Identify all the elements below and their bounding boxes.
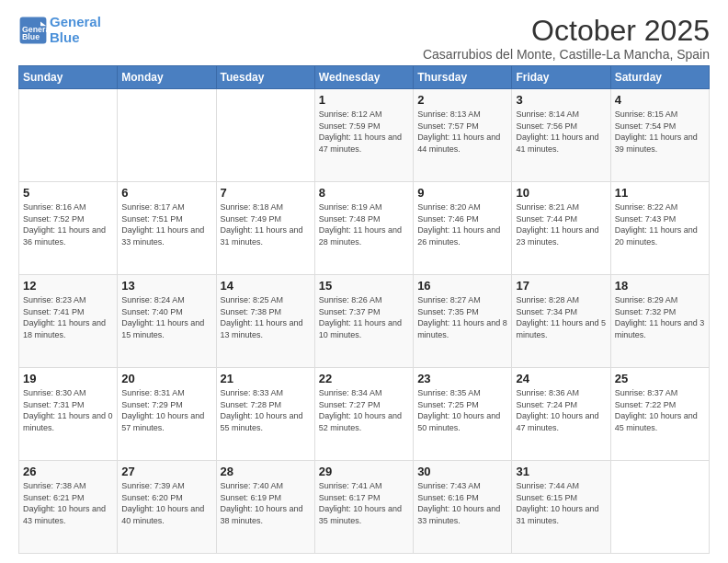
day-info: Sunrise: 8:24 AM Sunset: 7:40 PM Dayligh… <box>121 294 211 340</box>
calendar-cell: 4Sunrise: 8:15 AM Sunset: 7:54 PM Daylig… <box>610 89 709 182</box>
calendar-body: 1Sunrise: 8:12 AM Sunset: 7:59 PM Daylig… <box>19 89 710 554</box>
day-number: 31 <box>516 465 606 478</box>
calendar-table: Sunday Monday Tuesday Wednesday Thursday… <box>18 65 710 554</box>
calendar-week-1: 5Sunrise: 8:16 AM Sunset: 7:52 PM Daylig… <box>19 182 710 275</box>
calendar-cell: 18Sunrise: 8:29 AM Sunset: 7:32 PM Dayli… <box>610 275 709 368</box>
calendar-header: Sunday Monday Tuesday Wednesday Thursday… <box>19 66 710 89</box>
calendar-cell: 28Sunrise: 7:40 AM Sunset: 6:19 PM Dayli… <box>216 461 314 554</box>
logo-text: General Blue <box>50 15 101 45</box>
day-info: Sunrise: 8:17 AM Sunset: 7:51 PM Dayligh… <box>121 201 211 247</box>
month-title: October 2025 <box>423 15 710 47</box>
svg-text:Blue: Blue <box>22 32 40 41</box>
day-number: 4 <box>615 93 705 107</box>
day-info: Sunrise: 8:25 AM Sunset: 7:38 PM Dayligh… <box>221 294 311 340</box>
calendar-cell: 12Sunrise: 8:23 AM Sunset: 7:41 PM Dayli… <box>19 275 118 368</box>
day-info: Sunrise: 7:40 AM Sunset: 6:19 PM Dayligh… <box>221 480 311 526</box>
day-number: 17 <box>516 279 606 293</box>
day-info: Sunrise: 8:21 AM Sunset: 7:44 PM Dayligh… <box>516 201 606 247</box>
page: General Blue General Blue October 2025 C… <box>0 0 728 563</box>
day-number: 11 <box>615 186 705 200</box>
day-number: 29 <box>319 465 409 478</box>
col-tuesday: Tuesday <box>216 66 314 89</box>
day-info: Sunrise: 8:19 AM Sunset: 7:48 PM Dayligh… <box>319 201 409 247</box>
calendar-cell: 9Sunrise: 8:20 AM Sunset: 7:46 PM Daylig… <box>414 182 512 275</box>
col-sunday: Sunday <box>19 66 118 89</box>
day-info: Sunrise: 8:14 AM Sunset: 7:56 PM Dayligh… <box>516 109 606 155</box>
title-block: October 2025 Casarrubios del Monte, Cast… <box>423 15 710 62</box>
day-number: 30 <box>417 465 507 478</box>
day-info: Sunrise: 8:31 AM Sunset: 7:29 PM Dayligh… <box>121 387 211 433</box>
day-info: Sunrise: 8:35 AM Sunset: 7:25 PM Dayligh… <box>417 387 507 433</box>
calendar-cell: 5Sunrise: 8:16 AM Sunset: 7:52 PM Daylig… <box>19 182 118 275</box>
day-info: Sunrise: 8:13 AM Sunset: 7:57 PM Dayligh… <box>417 109 507 155</box>
calendar-cell: 22Sunrise: 8:34 AM Sunset: 7:27 PM Dayli… <box>314 368 413 461</box>
calendar-cell: 8Sunrise: 8:19 AM Sunset: 7:48 PM Daylig… <box>314 182 413 275</box>
calendar-cell: 19Sunrise: 8:30 AM Sunset: 7:31 PM Dayli… <box>19 368 118 461</box>
calendar-cell: 21Sunrise: 8:33 AM Sunset: 7:28 PM Dayli… <box>216 368 314 461</box>
day-number: 15 <box>319 279 409 293</box>
calendar-cell: 13Sunrise: 8:24 AM Sunset: 7:40 PM Dayli… <box>118 275 216 368</box>
day-number: 7 <box>221 186 311 200</box>
logo-line2: Blue <box>50 29 80 45</box>
col-friday: Friday <box>512 66 610 89</box>
day-number: 27 <box>121 465 211 478</box>
calendar-week-0: 1Sunrise: 8:12 AM Sunset: 7:59 PM Daylig… <box>19 89 710 182</box>
day-number: 20 <box>121 372 211 385</box>
calendar-cell: 1Sunrise: 8:12 AM Sunset: 7:59 PM Daylig… <box>314 89 413 182</box>
day-info: Sunrise: 8:23 AM Sunset: 7:41 PM Dayligh… <box>23 294 113 340</box>
day-info: Sunrise: 8:18 AM Sunset: 7:49 PM Dayligh… <box>221 201 311 247</box>
day-info: Sunrise: 7:44 AM Sunset: 6:15 PM Dayligh… <box>516 480 606 526</box>
day-info: Sunrise: 7:43 AM Sunset: 6:16 PM Dayligh… <box>417 480 507 526</box>
calendar-cell: 26Sunrise: 7:38 AM Sunset: 6:21 PM Dayli… <box>19 461 118 554</box>
day-info: Sunrise: 8:34 AM Sunset: 7:27 PM Dayligh… <box>319 387 409 433</box>
calendar-cell: 10Sunrise: 8:21 AM Sunset: 7:44 PM Dayli… <box>512 182 610 275</box>
calendar-cell: 29Sunrise: 7:41 AM Sunset: 6:17 PM Dayli… <box>314 461 413 554</box>
day-info: Sunrise: 8:37 AM Sunset: 7:22 PM Dayligh… <box>615 387 705 433</box>
calendar-cell: 31Sunrise: 7:44 AM Sunset: 6:15 PM Dayli… <box>512 461 610 554</box>
day-info: Sunrise: 8:30 AM Sunset: 7:31 PM Dayligh… <box>23 387 113 433</box>
day-number: 23 <box>417 372 507 385</box>
day-number: 18 <box>615 279 705 293</box>
calendar-cell: 7Sunrise: 8:18 AM Sunset: 7:49 PM Daylig… <box>216 182 314 275</box>
logo: General Blue General Blue <box>18 15 101 45</box>
day-number: 5 <box>23 186 113 200</box>
day-number: 24 <box>516 372 606 385</box>
day-number: 16 <box>417 279 507 293</box>
calendar-cell: 27Sunrise: 7:39 AM Sunset: 6:20 PM Dayli… <box>118 461 216 554</box>
day-number: 9 <box>417 186 507 200</box>
calendar-cell: 14Sunrise: 8:25 AM Sunset: 7:38 PM Dayli… <box>216 275 314 368</box>
day-number: 3 <box>516 93 606 107</box>
day-info: Sunrise: 8:20 AM Sunset: 7:46 PM Dayligh… <box>417 201 507 247</box>
calendar-cell: 17Sunrise: 8:28 AM Sunset: 7:34 PM Dayli… <box>512 275 610 368</box>
day-number: 28 <box>221 465 311 478</box>
calendar-cell: 25Sunrise: 8:37 AM Sunset: 7:22 PM Dayli… <box>610 368 709 461</box>
day-number: 14 <box>221 279 311 293</box>
day-info: Sunrise: 8:26 AM Sunset: 7:37 PM Dayligh… <box>319 294 409 340</box>
calendar-cell: 23Sunrise: 8:35 AM Sunset: 7:25 PM Dayli… <box>414 368 512 461</box>
day-info: Sunrise: 7:38 AM Sunset: 6:21 PM Dayligh… <box>23 480 113 526</box>
day-number: 22 <box>319 372 409 385</box>
day-number: 25 <box>615 372 705 385</box>
calendar-cell <box>610 461 709 554</box>
logo-icon: General Blue <box>18 16 48 45</box>
day-info: Sunrise: 7:41 AM Sunset: 6:17 PM Dayligh… <box>319 480 409 526</box>
logo-line1: General <box>50 14 101 29</box>
day-number: 26 <box>23 465 113 478</box>
calendar-cell <box>216 89 314 182</box>
col-saturday: Saturday <box>610 66 709 89</box>
day-info: Sunrise: 8:12 AM Sunset: 7:59 PM Dayligh… <box>319 109 409 155</box>
day-info: Sunrise: 8:33 AM Sunset: 7:28 PM Dayligh… <box>221 387 311 433</box>
calendar-week-4: 26Sunrise: 7:38 AM Sunset: 6:21 PM Dayli… <box>19 461 710 554</box>
location-subtitle: Casarrubios del Monte, Castille-La Manch… <box>423 47 710 62</box>
day-info: Sunrise: 8:36 AM Sunset: 7:24 PM Dayligh… <box>516 387 606 433</box>
day-info: Sunrise: 8:16 AM Sunset: 7:52 PM Dayligh… <box>23 201 113 247</box>
day-number: 12 <box>23 279 113 293</box>
header: General Blue General Blue October 2025 C… <box>18 15 710 62</box>
col-wednesday: Wednesday <box>314 66 413 89</box>
day-number: 6 <box>121 186 211 200</box>
calendar-cell: 11Sunrise: 8:22 AM Sunset: 7:43 PM Dayli… <box>610 182 709 275</box>
col-thursday: Thursday <box>414 66 512 89</box>
day-info: Sunrise: 8:15 AM Sunset: 7:54 PM Dayligh… <box>615 109 705 155</box>
day-info: Sunrise: 8:22 AM Sunset: 7:43 PM Dayligh… <box>615 201 705 247</box>
day-info: Sunrise: 8:28 AM Sunset: 7:34 PM Dayligh… <box>516 294 606 340</box>
